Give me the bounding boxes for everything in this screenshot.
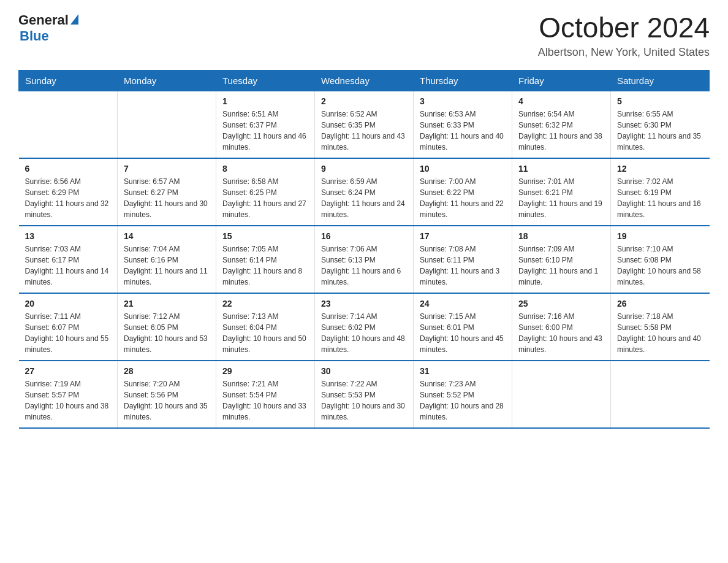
day-number: 20 (25, 299, 112, 308)
day-number: 22 (222, 299, 308, 308)
day-info: Sunrise: 6:54 AMSunset: 6:32 PMDaylight:… (518, 109, 604, 153)
calendar-cell (512, 361, 611, 428)
day-number: 24 (420, 299, 506, 308)
calendar-cell: 8Sunrise: 6:58 AMSunset: 6:25 PMDaylight… (216, 158, 315, 226)
calendar-cell: 5Sunrise: 6:55 AMSunset: 6:30 PMDaylight… (611, 91, 710, 158)
calendar-cell: 19Sunrise: 7:10 AMSunset: 6:08 PMDayligh… (611, 226, 710, 293)
calendar-week-row: 13Sunrise: 7:03 AMSunset: 6:17 PMDayligh… (19, 226, 710, 293)
day-info: Sunrise: 7:11 AMSunset: 6:07 PMDaylight:… (25, 311, 112, 355)
logo-text-blue: Blue (20, 28, 49, 44)
calendar-week-row: 1Sunrise: 6:51 AMSunset: 6:37 PMDaylight… (19, 91, 710, 158)
calendar-cell: 10Sunrise: 7:00 AMSunset: 6:22 PMDayligh… (414, 158, 512, 226)
calendar-cell: 20Sunrise: 7:11 AMSunset: 6:07 PMDayligh… (19, 293, 118, 361)
day-info: Sunrise: 6:58 AMSunset: 6:25 PMDaylight:… (222, 176, 308, 220)
calendar-cell (118, 91, 216, 158)
day-info: Sunrise: 7:04 AMSunset: 6:16 PMDaylight:… (124, 243, 210, 288)
day-number: 8 (222, 164, 308, 174)
logo-triangle-icon (70, 14, 78, 25)
calendar-table: SundayMondayTuesdayWednesdayThursdayFrid… (18, 70, 710, 429)
logo-text-general: General (18, 12, 69, 28)
day-number: 28 (124, 366, 210, 376)
calendar-cell: 27Sunrise: 7:19 AMSunset: 5:57 PMDayligh… (19, 361, 118, 428)
day-info: Sunrise: 6:56 AMSunset: 6:29 PMDaylight:… (25, 176, 112, 220)
day-info: Sunrise: 7:18 AMSunset: 5:58 PMDaylight:… (617, 311, 703, 355)
calendar-cell: 7Sunrise: 6:57 AMSunset: 6:27 PMDaylight… (118, 158, 216, 226)
day-info: Sunrise: 6:55 AMSunset: 6:30 PMDaylight:… (617, 109, 703, 153)
day-info: Sunrise: 6:53 AMSunset: 6:33 PMDaylight:… (420, 109, 506, 153)
logo: General Blue (18, 12, 78, 44)
day-info: Sunrise: 7:23 AMSunset: 5:52 PMDaylight:… (420, 378, 506, 423)
calendar-cell: 31Sunrise: 7:23 AMSunset: 5:52 PMDayligh… (414, 361, 512, 428)
calendar-cell (611, 361, 710, 428)
day-info: Sunrise: 7:09 AMSunset: 6:10 PMDaylight:… (518, 243, 604, 288)
header-saturday: Saturday (611, 70, 710, 91)
calendar-header-row: SundayMondayTuesdayWednesdayThursdayFrid… (19, 70, 710, 91)
day-info: Sunrise: 7:02 AMSunset: 6:19 PMDaylight:… (617, 176, 703, 220)
calendar-cell: 24Sunrise: 7:15 AMSunset: 6:01 PMDayligh… (414, 293, 512, 361)
day-info: Sunrise: 7:21 AMSunset: 5:54 PMDaylight:… (222, 378, 308, 423)
day-number: 25 (518, 299, 604, 308)
day-info: Sunrise: 7:13 AMSunset: 6:04 PMDaylight:… (222, 311, 308, 355)
day-info: Sunrise: 7:08 AMSunset: 6:11 PMDaylight:… (420, 243, 506, 288)
calendar-cell: 3Sunrise: 6:53 AMSunset: 6:33 PMDaylight… (414, 91, 512, 158)
day-info: Sunrise: 6:52 AMSunset: 6:35 PMDaylight:… (321, 109, 407, 153)
header-friday: Friday (512, 70, 611, 91)
calendar-cell: 23Sunrise: 7:14 AMSunset: 6:02 PMDayligh… (315, 293, 414, 361)
day-info: Sunrise: 7:01 AMSunset: 6:21 PMDaylight:… (518, 176, 604, 220)
header-thursday: Thursday (414, 70, 512, 91)
day-info: Sunrise: 7:00 AMSunset: 6:22 PMDaylight:… (420, 176, 506, 220)
calendar-cell: 30Sunrise: 7:22 AMSunset: 5:53 PMDayligh… (315, 361, 414, 428)
day-number: 4 (518, 96, 604, 106)
calendar-cell: 4Sunrise: 6:54 AMSunset: 6:32 PMDaylight… (512, 91, 611, 158)
calendar-cell: 17Sunrise: 7:08 AMSunset: 6:11 PMDayligh… (414, 226, 512, 293)
day-info: Sunrise: 7:16 AMSunset: 6:00 PMDaylight:… (518, 311, 604, 355)
day-number: 9 (321, 164, 407, 174)
calendar-week-row: 27Sunrise: 7:19 AMSunset: 5:57 PMDayligh… (19, 361, 710, 428)
day-info: Sunrise: 7:12 AMSunset: 6:05 PMDaylight:… (124, 311, 210, 355)
day-number: 7 (124, 164, 210, 174)
calendar-cell: 28Sunrise: 7:20 AMSunset: 5:56 PMDayligh… (118, 361, 216, 428)
header-tuesday: Tuesday (216, 70, 315, 91)
calendar-cell: 29Sunrise: 7:21 AMSunset: 5:54 PMDayligh… (216, 361, 315, 428)
calendar-week-row: 20Sunrise: 7:11 AMSunset: 6:07 PMDayligh… (19, 293, 710, 361)
calendar-cell: 6Sunrise: 6:56 AMSunset: 6:29 PMDaylight… (19, 158, 118, 226)
day-number: 17 (420, 231, 506, 241)
day-info: Sunrise: 7:05 AMSunset: 6:14 PMDaylight:… (222, 243, 308, 288)
day-number: 26 (617, 299, 703, 308)
day-info: Sunrise: 6:51 AMSunset: 6:37 PMDaylight:… (222, 109, 308, 153)
day-number: 6 (25, 164, 112, 174)
calendar-cell: 16Sunrise: 7:06 AMSunset: 6:13 PMDayligh… (315, 226, 414, 293)
day-info: Sunrise: 7:19 AMSunset: 5:57 PMDaylight:… (25, 378, 112, 423)
day-info: Sunrise: 7:10 AMSunset: 6:08 PMDaylight:… (617, 243, 703, 288)
day-info: Sunrise: 7:06 AMSunset: 6:13 PMDaylight:… (321, 243, 407, 288)
calendar-cell: 9Sunrise: 6:59 AMSunset: 6:24 PMDaylight… (315, 158, 414, 226)
day-number: 3 (420, 96, 506, 106)
day-number: 31 (420, 366, 506, 376)
day-number: 16 (321, 231, 407, 241)
calendar-cell: 11Sunrise: 7:01 AMSunset: 6:21 PMDayligh… (512, 158, 611, 226)
page-title: October 2024 (538, 12, 710, 44)
day-number: 12 (617, 164, 703, 174)
calendar-cell (19, 91, 118, 158)
calendar-cell: 22Sunrise: 7:13 AMSunset: 6:04 PMDayligh… (216, 293, 315, 361)
day-number: 19 (617, 231, 703, 241)
calendar-cell: 18Sunrise: 7:09 AMSunset: 6:10 PMDayligh… (512, 226, 611, 293)
day-info: Sunrise: 7:14 AMSunset: 6:02 PMDaylight:… (321, 311, 407, 355)
day-number: 15 (222, 231, 308, 241)
calendar-cell: 21Sunrise: 7:12 AMSunset: 6:05 PMDayligh… (118, 293, 216, 361)
day-number: 23 (321, 299, 407, 308)
calendar-cell: 15Sunrise: 7:05 AMSunset: 6:14 PMDayligh… (216, 226, 315, 293)
page-header: General Blue October 2024 Albertson, New… (18, 12, 710, 59)
day-number: 1 (222, 96, 308, 106)
title-block: October 2024 Albertson, New York, United… (538, 12, 710, 59)
day-number: 18 (518, 231, 604, 241)
calendar-cell: 13Sunrise: 7:03 AMSunset: 6:17 PMDayligh… (19, 226, 118, 293)
day-number: 13 (25, 231, 112, 241)
day-number: 2 (321, 96, 407, 106)
calendar-cell: 12Sunrise: 7:02 AMSunset: 6:19 PMDayligh… (611, 158, 710, 226)
header-monday: Monday (118, 70, 216, 91)
calendar-cell: 25Sunrise: 7:16 AMSunset: 6:00 PMDayligh… (512, 293, 611, 361)
day-number: 29 (222, 366, 308, 376)
day-info: Sunrise: 7:20 AMSunset: 5:56 PMDaylight:… (124, 378, 210, 423)
day-number: 14 (124, 231, 210, 241)
